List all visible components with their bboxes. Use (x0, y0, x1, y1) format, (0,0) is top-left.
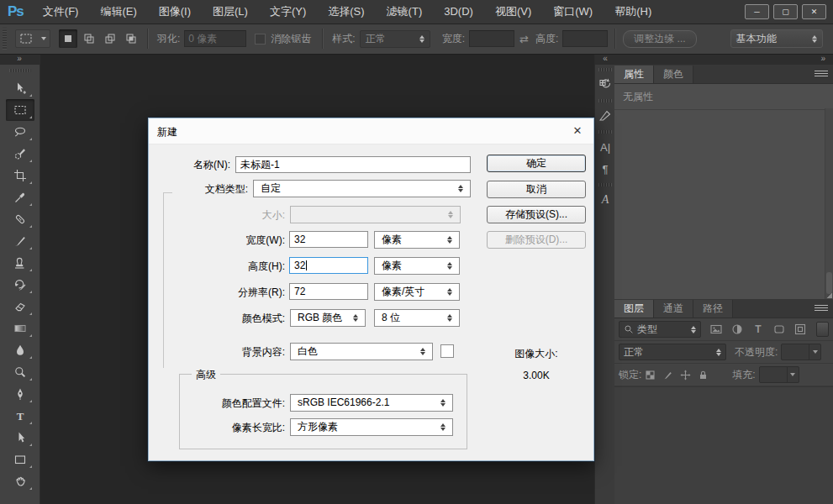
resolution-input[interactable]: 72 (289, 283, 368, 300)
eyedropper-tool[interactable] (6, 186, 34, 208)
resolution-unit-dropdown[interactable]: 像素/英寸 (374, 283, 460, 301)
styles-panel-icon[interactable] (595, 105, 615, 127)
dodge-tool[interactable] (6, 361, 34, 383)
paragraph-panel-icon[interactable]: ¶ (595, 158, 615, 180)
crop-tool[interactable] (6, 165, 34, 186)
lasso-tool[interactable] (6, 121, 34, 143)
menu-3d[interactable]: 3D(D) (433, 0, 484, 24)
menu-layer[interactable]: 图层(L) (202, 0, 259, 24)
brush-tool[interactable] (6, 230, 34, 252)
spot-healing-brush-tool[interactable] (6, 208, 34, 230)
menu-file[interactable]: 文件(F) (32, 0, 90, 24)
fill-input[interactable] (759, 366, 799, 383)
toolbar-grip[interactable] (9, 69, 31, 72)
blend-mode-dropdown[interactable]: 正常 (619, 344, 726, 360)
panel-menu-icon[interactable] (815, 303, 828, 313)
type-tool[interactable]: T (6, 405, 34, 427)
add-to-selection-button[interactable] (80, 29, 98, 48)
height-unit-dropdown[interactable]: 像素 (374, 257, 460, 275)
filter-type-layers-icon[interactable]: T (751, 323, 765, 336)
dock-collapse-button[interactable]: « (595, 54, 615, 65)
color-profile-dropdown[interactable]: sRGB IEC61966-2.1 (290, 394, 453, 412)
feather-input[interactable]: 0 像素 (184, 30, 246, 47)
panels-collapse-button[interactable]: » (614, 54, 833, 65)
quick-selection-tool[interactable] (6, 143, 34, 165)
swap-dimensions-icon[interactable]: ⇄ (519, 33, 529, 45)
background-dropdown[interactable]: 白色 (290, 343, 433, 360)
opacity-input[interactable] (781, 344, 821, 360)
minimize-button[interactable]: ─ (745, 4, 769, 19)
pixel-aspect-dropdown[interactable]: 方形像素 (290, 418, 453, 436)
layer-filter-toggle[interactable] (816, 322, 829, 337)
lock-transparency-icon[interactable] (645, 370, 656, 381)
toolbar-collapse-button[interactable]: » (0, 54, 40, 65)
menu-select[interactable]: 选择(S) (317, 0, 375, 24)
tab-color[interactable]: 颜色 (654, 66, 693, 83)
menu-window[interactable]: 窗口(W) (542, 0, 604, 24)
workspace-switcher[interactable]: 基本功能 (730, 29, 823, 48)
path-selection-tool[interactable] (6, 427, 34, 449)
constrain-height-input[interactable] (562, 30, 608, 47)
tab-properties[interactable]: 属性 (614, 66, 654, 83)
dialog-close-icon[interactable]: ✕ (571, 124, 584, 138)
doc-type-dropdown[interactable]: 自定 (253, 180, 471, 197)
intersect-selection-button[interactable] (122, 29, 140, 48)
filter-adjustment-layers-icon[interactable] (730, 323, 744, 336)
move-tool[interactable] (6, 77, 34, 99)
gradient-tool[interactable] (6, 318, 34, 339)
lock-all-icon[interactable] (698, 370, 709, 381)
tab-channels[interactable]: 通道 (654, 300, 693, 318)
menu-view[interactable]: 视图(V) (484, 0, 542, 24)
rectangle-tool[interactable] (6, 449, 34, 470)
lock-position-icon[interactable] (680, 370, 691, 381)
dock-grip[interactable] (598, 68, 612, 71)
dialog-title-bar[interactable]: 新建 ✕ (149, 118, 593, 144)
height-input[interactable]: 32 (289, 257, 368, 274)
menu-image[interactable]: 图像(I) (148, 0, 202, 24)
constrain-width-input[interactable] (469, 30, 514, 47)
style-dropdown[interactable]: 正常 (360, 30, 430, 48)
menu-filter[interactable]: 滤镜(T) (376, 0, 434, 24)
panel-resize-grip[interactable] (826, 292, 832, 298)
refine-edge-button[interactable]: 调整边缘 ... (623, 30, 696, 48)
menu-help[interactable]: 帮助(H) (604, 0, 662, 24)
color-mode-dropdown[interactable]: RGB 颜色 (290, 309, 366, 327)
tab-layers[interactable]: 图层 (614, 300, 654, 318)
clone-stamp-tool[interactable] (6, 252, 34, 274)
lock-pixels-icon[interactable] (662, 370, 673, 381)
dock-grip[interactable] (598, 130, 612, 134)
rectangular-marquee-tool[interactable] (6, 99, 34, 121)
layer-filter-kind-dropdown[interactable]: 类型 (619, 321, 701, 338)
maximize-button[interactable]: ▢ (773, 4, 798, 19)
filter-pixel-layers-icon[interactable] (709, 323, 723, 336)
cancel-button[interactable]: 取消 (487, 181, 586, 198)
layers-list[interactable] (614, 386, 833, 504)
character-styles-panel-icon[interactable]: A (595, 189, 615, 211)
bit-depth-dropdown[interactable]: 8 位 (374, 309, 460, 327)
tab-paths[interactable]: 路径 (693, 300, 733, 318)
tool-preset-picker[interactable] (15, 29, 50, 48)
scrollbar-thumb[interactable] (826, 272, 832, 294)
filter-smart-object-icon[interactable] (793, 323, 807, 336)
save-preset-button[interactable]: 存储预设(S)... (487, 206, 586, 223)
eraser-tool[interactable] (6, 296, 34, 318)
panel-menu-icon[interactable] (815, 69, 828, 79)
hand-tool[interactable] (6, 470, 34, 492)
filter-shape-layers-icon[interactable] (772, 323, 786, 336)
character-panel-icon[interactable]: A| (595, 136, 615, 158)
subtract-from-selection-button[interactable] (101, 29, 119, 48)
blur-tool[interactable] (6, 339, 34, 361)
history-panel-icon[interactable] (595, 74, 615, 96)
antialias-checkbox[interactable] (255, 34, 266, 45)
close-button[interactable]: ✕ (802, 4, 826, 19)
width-unit-dropdown[interactable]: 像素 (374, 231, 460, 249)
menu-edit[interactable]: 编辑(E) (89, 0, 147, 24)
width-input[interactable]: 32 (289, 231, 368, 248)
ok-button[interactable]: 确定 (487, 155, 586, 172)
menu-type[interactable]: 文字(Y) (259, 0, 317, 24)
options-bar-grip[interactable] (3, 28, 7, 50)
background-color-swatch[interactable] (440, 344, 454, 358)
name-input[interactable]: 未标题-1 (235, 156, 471, 173)
new-selection-button[interactable] (59, 29, 77, 48)
dock-grip[interactable] (598, 99, 612, 102)
